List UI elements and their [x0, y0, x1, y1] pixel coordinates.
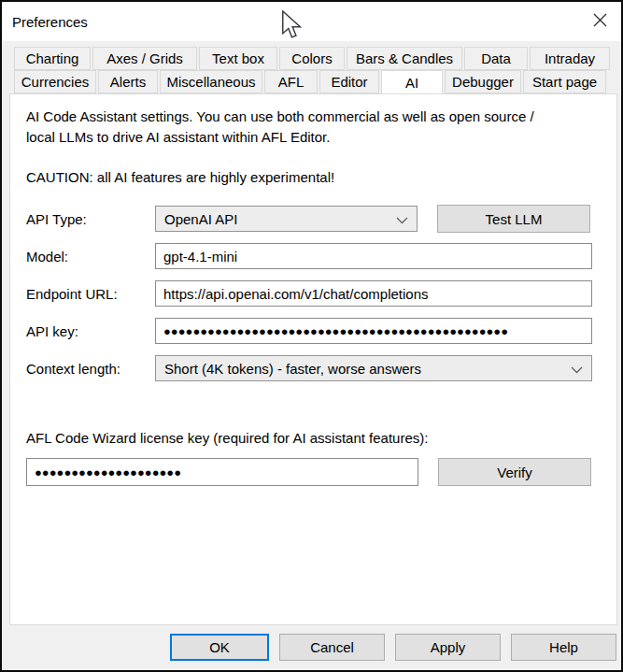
context-length-select[interactable]: Short (4K tokens) - faster, worse answer…	[155, 355, 592, 381]
help-button[interactable]: Help	[511, 634, 616, 661]
description-line-1: AI Code Assistant settings. You can use …	[26, 107, 603, 127]
title-bar[interactable]: Preferences	[2, 2, 621, 41]
tab-afl[interactable]: AFL	[264, 70, 318, 93]
model-row: Model:	[26, 243, 603, 269]
api-type-select[interactable]: OpenAI API	[155, 206, 418, 232]
tab-charting[interactable]: Charting	[14, 47, 91, 70]
model-label: Model:	[26, 249, 155, 265]
tab-debugger[interactable]: Debugger	[445, 70, 521, 93]
tab-ai[interactable]: AI	[381, 70, 443, 95]
tab-row-2: Currencies Alerts Miscellaneous AFL Edit…	[14, 70, 621, 93]
tab-text-box[interactable]: Text box	[199, 47, 277, 70]
tab-miscellaneous[interactable]: Miscellaneous	[160, 70, 262, 93]
context-length-label: Context length:	[26, 361, 155, 377]
tab-colors[interactable]: Colors	[279, 47, 345, 70]
chevron-down-icon	[571, 361, 583, 377]
settings-form: API Type: OpenAI API Test LLM Model: End…	[26, 206, 603, 381]
window-title: Preferences	[12, 14, 88, 30]
api-key-row: API key:	[26, 318, 603, 344]
license-key-label: AFL Code Wizard license key (required fo…	[26, 430, 603, 446]
dialog-footer: OK Cancel Apply Help	[2, 634, 616, 661]
test-llm-button[interactable]: Test LLM	[437, 205, 590, 233]
preferences-dialog: Preferences Charting Axes / Grids Text b…	[0, 0, 623, 672]
context-length-row: Context length: Short (4K tokens) - fast…	[26, 355, 603, 381]
model-input[interactable]	[155, 243, 592, 269]
tab-alerts[interactable]: Alerts	[98, 70, 158, 93]
endpoint-url-row: Endpoint URL:	[26, 280, 603, 307]
tab-start-page[interactable]: Start page	[523, 70, 606, 93]
license-key-row: Verify	[26, 458, 603, 486]
api-key-input[interactable]	[155, 318, 592, 344]
close-button[interactable]	[579, 2, 621, 41]
license-key-input[interactable]	[26, 458, 418, 486]
api-key-label: API key:	[26, 323, 155, 339]
tab-data[interactable]: Data	[464, 47, 528, 70]
chevron-down-icon	[396, 211, 408, 227]
api-type-row: API Type: OpenAI API Test LLM	[26, 206, 603, 232]
tab-intraday[interactable]: Intraday	[530, 47, 610, 70]
tab-strip: Charting Axes / Grids Text box Colors Ba…	[2, 41, 621, 93]
tab-row-1: Charting Axes / Grids Text box Colors Ba…	[14, 47, 621, 70]
description-line-2: local LLMs to drive AI assistant within …	[26, 127, 603, 148]
verify-button[interactable]: Verify	[438, 458, 591, 486]
panel-description: AI Code Assistant settings. You can use …	[26, 107, 603, 148]
tab-bars-candles[interactable]: Bars & Candles	[347, 47, 462, 70]
ok-button[interactable]: OK	[170, 634, 269, 661]
caution-text: CAUTION: all AI features are highly expe…	[26, 169, 603, 185]
apply-button[interactable]: Apply	[395, 634, 501, 661]
tab-editor[interactable]: Editor	[319, 70, 379, 93]
tab-axes-grids[interactable]: Axes / Grids	[92, 47, 197, 70]
endpoint-url-label: Endpoint URL:	[26, 286, 155, 302]
api-type-label: API Type:	[26, 211, 155, 227]
cancel-button[interactable]: Cancel	[279, 634, 385, 661]
api-type-value: OpenAI API	[164, 211, 396, 227]
context-length-value: Short (4K tokens) - faster, worse answer…	[164, 361, 571, 377]
endpoint-url-input[interactable]	[155, 280, 592, 307]
close-icon	[592, 12, 608, 31]
ai-settings-panel: AI Code Assistant settings. You can use …	[9, 93, 617, 625]
tab-currencies[interactable]: Currencies	[14, 70, 96, 93]
